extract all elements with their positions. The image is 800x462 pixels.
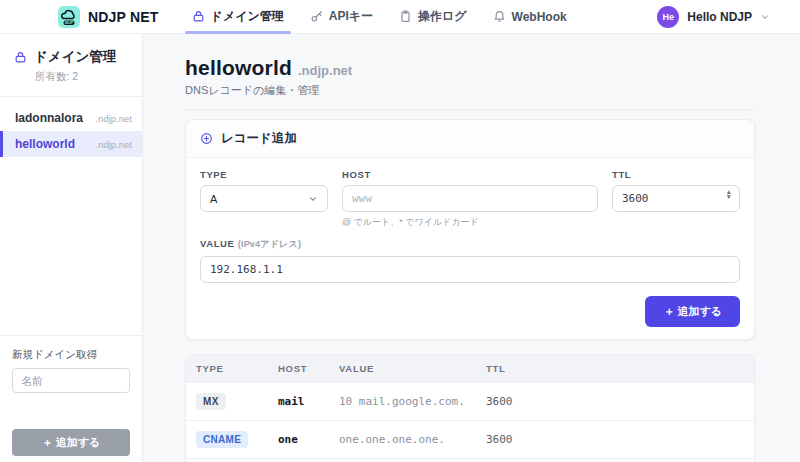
sidebar-title-label: ドメイン管理 xyxy=(34,48,116,66)
sidebar-title: ドメイン管理 xyxy=(14,48,130,66)
divider xyxy=(0,96,142,97)
brand-name: NDJP NET xyxy=(88,9,159,25)
ttl-label: TTL xyxy=(612,169,740,180)
host-help-text: @ でルート、* でワイルドカード xyxy=(342,216,598,229)
avatar: He xyxy=(657,6,679,28)
brand: NDJP NDJP NET xyxy=(58,6,159,28)
new-domain-input[interactable] xyxy=(12,368,130,393)
bell-icon xyxy=(493,10,506,23)
column-header-type: TYPE xyxy=(196,363,278,374)
top-nav: NDJP NDJP NET ドメイン管理 APIキー xyxy=(0,0,800,34)
nav-tabs: ドメイン管理 APIキー 操作ログ xyxy=(179,0,658,34)
add-record-button[interactable]: ＋ 追加する xyxy=(645,296,740,327)
record-value: 10 mail.google.com. xyxy=(339,395,486,408)
add-record-form: TYPE A HOST @ でルート、* でワイルドカード xyxy=(186,158,754,339)
add-domain-button[interactable]: ＋ 追加する xyxy=(12,429,130,456)
tab-label: ドメイン管理 xyxy=(211,8,284,25)
table-row[interactable]: MX mail 10 mail.google.com. 3600 xyxy=(186,382,754,420)
record-host: mail xyxy=(278,395,339,408)
sidebar-header: ドメイン管理 所有数: 2 xyxy=(0,34,142,84)
domain-name: ladonnalora xyxy=(15,111,83,125)
page-title-suffix: .ndjp.net xyxy=(298,63,352,78)
records-table: TYPE HOST VALUE TTL MX mail 10 mail.goog… xyxy=(185,354,755,462)
layout: ドメイン管理 所有数: 2 ladonnalora .ndjp.net hell… xyxy=(0,34,800,462)
domain-item-helloworld[interactable]: helloworld .ndjp.net xyxy=(0,131,142,157)
domain-name: helloworld xyxy=(15,137,75,151)
column-header-host: HOST xyxy=(278,363,339,374)
column-header-ttl: TTL xyxy=(486,363,744,374)
type-select-value: A xyxy=(210,193,217,205)
record-ttl: 3600 xyxy=(486,395,744,408)
tab-domain-management[interactable]: ドメイン管理 xyxy=(179,0,297,34)
ttl-input[interactable] xyxy=(612,185,740,212)
value-label: VALUE (IPv4アドレス) xyxy=(200,238,740,251)
add-record-header: レコード追加 xyxy=(186,120,754,158)
number-stepper[interactable]: ▲▼ xyxy=(726,189,732,199)
page-title: helloworld xyxy=(185,56,292,80)
record-host: one xyxy=(278,433,339,446)
domain-suffix: .ndjp.net xyxy=(96,139,132,150)
domain-item-ladonnalora[interactable]: ladonnalora .ndjp.net xyxy=(0,105,142,131)
chevron-down-icon xyxy=(308,194,318,204)
value-hint: (IPv4アドレス) xyxy=(238,239,301,249)
domain-list: ladonnalora .ndjp.net helloworld .ndjp.n… xyxy=(0,105,142,157)
record-ttl: 3600 xyxy=(486,433,744,446)
type-select[interactable]: A xyxy=(200,185,328,212)
tab-api-key[interactable]: APIキー xyxy=(297,0,386,34)
owned-count: 所有数: 2 xyxy=(35,70,130,84)
clipboard-icon xyxy=(399,10,412,23)
tab-label: WebHook xyxy=(512,10,567,24)
tab-label: APIキー xyxy=(329,8,373,25)
record-value: one.one.one.one. xyxy=(339,433,486,446)
add-record-card: レコード追加 TYPE A xyxy=(185,119,755,340)
lock-icon xyxy=(192,10,205,23)
table-row[interactable]: CNAME one one.one.one.one. 3600 xyxy=(186,420,754,458)
type-label: TYPE xyxy=(200,169,328,180)
table-header-row: TYPE HOST VALUE TTL xyxy=(186,355,754,382)
chevron-down-icon xyxy=(760,12,770,22)
svg-text:NDJP: NDJP xyxy=(65,21,74,25)
value-input[interactable] xyxy=(200,256,740,283)
app-root: NDJP NDJP NET ドメイン管理 APIキー xyxy=(0,0,800,462)
app-logo[interactable]: NDJP xyxy=(58,6,80,28)
tab-webhook[interactable]: WebHook xyxy=(480,0,580,34)
new-domain-label: 新規ドメイン取得 xyxy=(12,348,130,362)
sidebar: ドメイン管理 所有数: 2 ladonnalora .ndjp.net hell… xyxy=(0,34,143,462)
add-record-title: レコード追加 xyxy=(221,130,297,147)
page-title-row: helloworld .ndjp.net xyxy=(185,56,755,80)
new-domain-section: 新規ドメイン取得 ＋ 追加する xyxy=(0,335,142,462)
lock-icon xyxy=(14,51,27,64)
page-subtitle: DNSレコードの編集・管理 xyxy=(185,83,755,98)
host-label: HOST xyxy=(342,169,598,180)
main-content: helloworld .ndjp.net DNSレコードの編集・管理 レコード追… xyxy=(143,34,800,462)
record-type-badge: MX xyxy=(196,393,226,410)
divider xyxy=(185,109,755,110)
user-name: Hello NDJP xyxy=(687,10,752,24)
column-header-value: VALUE xyxy=(339,363,486,374)
domain-suffix: .ndjp.net xyxy=(96,113,132,124)
host-input[interactable] xyxy=(342,185,598,212)
user-menu[interactable]: He Hello NDJP xyxy=(657,6,770,28)
table-row[interactable]: AAAA @ 2606:4700:4700::1111 3600 xyxy=(186,458,754,462)
plus-circle-icon xyxy=(200,132,213,145)
tab-operation-log[interactable]: 操作ログ xyxy=(386,0,480,34)
tab-label: 操作ログ xyxy=(418,8,467,25)
key-icon xyxy=(310,10,323,23)
record-type-badge: CNAME xyxy=(196,431,248,448)
cloud-logo-icon: NDJP xyxy=(58,6,80,28)
